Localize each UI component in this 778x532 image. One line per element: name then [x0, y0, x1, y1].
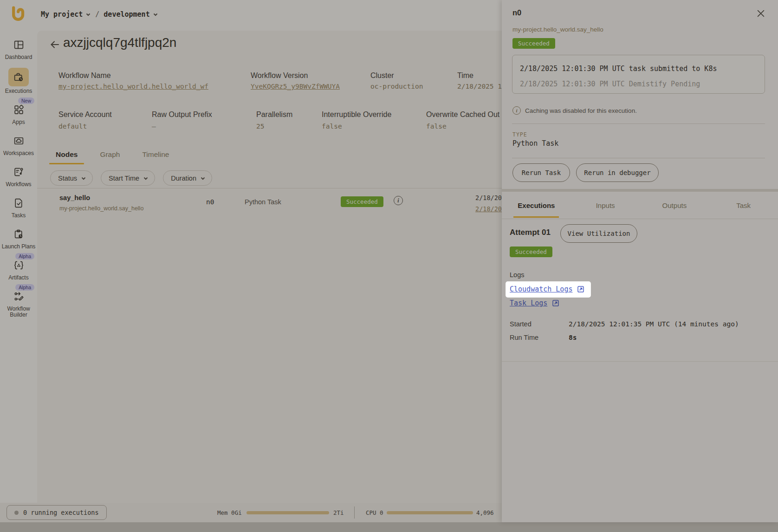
table-row-say-hello[interactable]: say_hello my-project.hello_world.say_hel… — [37, 188, 502, 222]
launch-plans-icon — [8, 226, 29, 242]
node-detail-panel: n0 my-project.hello_world.say_hello Succ… — [502, 0, 778, 522]
tab-executions[interactable]: Executions — [502, 192, 571, 219]
sidebar-item-workspaces[interactable]: Workspaces — [0, 130, 37, 161]
sidebar-item-tasks[interactable]: Tasks — [0, 192, 37, 223]
started-label: Started — [510, 320, 532, 328]
sidebar-item-workflow-builder[interactable]: Alpha Workflow Builder — [0, 285, 37, 322]
execution-title: axzjjcqlq7g4tlfjpq2n — [63, 35, 176, 50]
breadcrumb-environment-label: development — [104, 10, 149, 19]
running-executions-label: 0 running executions — [23, 509, 99, 516]
tasks-icon — [8, 195, 29, 211]
info-icon[interactable]: i — [394, 196, 403, 205]
tab-timeline[interactable]: Timeline — [136, 148, 175, 164]
tab-task[interactable]: Task — [709, 192, 778, 219]
breadcrumb: My project / development — [41, 10, 158, 19]
status-badge: Succeeded — [510, 247, 552, 257]
panel-task-id: my-project.hello_world.say_hello — [512, 26, 603, 33]
workflow-version-link[interactable]: YveKQGRz5_y9BWvZfWWUYA — [251, 83, 340, 90]
sidebar-item-label: Executions — [5, 88, 32, 94]
highlight-box: Cloudwatch Logs — [506, 282, 590, 297]
executions-icon — [8, 68, 29, 86]
tab-inputs[interactable]: Inputs — [571, 192, 640, 219]
caching-note: i Caching was disabled for this executio… — [512, 106, 637, 115]
tab-graph[interactable]: Graph — [93, 148, 126, 164]
artifacts-icon — [8, 257, 29, 273]
runtime-label: Run Time — [510, 334, 538, 341]
filter-duration-label: Duration — [171, 175, 196, 182]
node-id: n0 — [206, 198, 214, 206]
sidebar: Dashboard Executions New Apps Workspaces… — [0, 33, 37, 322]
type-label: TYPE — [512, 131, 527, 138]
sidebar-item-apps[interactable]: New Apps — [0, 98, 37, 130]
meta-label-time: Time — [457, 71, 473, 80]
new-badge: New — [18, 97, 34, 104]
mem-gauge-bar — [246, 511, 329, 514]
interruptible-override-value: false — [322, 123, 342, 130]
breadcrumb-project-label: My project — [41, 10, 83, 19]
external-link-icon — [551, 299, 560, 307]
mem-gauge-label: Mem 0Gi — [217, 509, 242, 516]
chevron-down-icon — [85, 12, 91, 17]
sidebar-item-workflows[interactable]: Workflows — [0, 161, 37, 192]
panel-title: n0 — [512, 8, 521, 17]
filter-start-time[interactable]: Start Time — [101, 170, 155, 186]
time-value: 2/18/2025 12:01 — [457, 83, 502, 90]
sidebar-item-launch-plans[interactable]: Launch Plans — [0, 223, 37, 254]
sidebar-item-label: Launch Plans — [2, 244, 36, 250]
node-date-link[interactable]: 2/18/202 — [475, 205, 502, 213]
breadcrumb-project[interactable]: My project — [41, 10, 91, 19]
filter-status-label: Status — [58, 175, 77, 182]
chevron-down-icon — [81, 175, 86, 181]
meta-label-parallelism: Parallelism — [256, 110, 292, 119]
node-start-date: 2/18/20 — [475, 194, 502, 201]
rerun-in-debugger-button[interactable]: Rerun in debugger — [576, 163, 659, 182]
sidebar-item-label: Artifacts — [8, 275, 28, 281]
meta-label-cluster: Cluster — [370, 71, 394, 80]
status-badge: Succeeded — [341, 196, 383, 207]
task-logs-wrap: Task Logs — [510, 299, 560, 307]
tab-nodes[interactable]: Nodes — [49, 148, 84, 164]
filter-duration[interactable]: Duration — [163, 170, 212, 186]
workflow-name-link[interactable]: my-project.hello_world.hello_world_wf — [58, 83, 208, 90]
attempt-title: Attempt 01 — [510, 228, 551, 237]
back-button[interactable] — [49, 39, 62, 52]
overwrite-cached-value: false — [426, 123, 447, 130]
divider — [512, 158, 765, 158]
view-utilization-button[interactable]: View Utilization — [560, 224, 637, 243]
breadcrumb-separator: / — [95, 10, 99, 19]
sidebar-item-artifacts[interactable]: Alpha Artifacts — [0, 254, 37, 285]
task-logs-link[interactable]: Task Logs — [510, 299, 560, 307]
sidebar-item-label: Apps — [12, 119, 25, 125]
chevron-down-icon — [143, 175, 149, 181]
dashboard-icon — [8, 37, 29, 52]
chevron-down-icon — [153, 12, 158, 17]
alpha-badge: Alpha — [15, 284, 34, 291]
sidebar-item-dashboard[interactable]: Dashboard — [0, 33, 37, 65]
filter-start-time-label: Start Time — [109, 175, 139, 182]
tab-outputs[interactable]: Outputs — [640, 192, 709, 219]
status-dot-icon — [14, 511, 19, 515]
external-link-icon — [577, 285, 585, 293]
close-icon[interactable] — [756, 8, 766, 19]
sidebar-item-label: Dashboard — [5, 54, 32, 60]
sidebar-item-executions[interactable]: Executions — [0, 65, 37, 98]
rerun-task-button[interactable]: Rerun Task — [512, 163, 570, 182]
breadcrumb-environment[interactable]: development — [104, 10, 158, 19]
alpha-badge: Alpha — [15, 253, 34, 260]
divider — [502, 361, 778, 362]
running-executions-pill[interactable]: 0 running executions — [6, 505, 107, 520]
mem-gauge-max: 2Ti — [333, 509, 344, 516]
status-badge: Succeeded — [512, 38, 555, 49]
event-log-line: 2/18/2025 12:01:30 PM UTC Demistify Pend… — [520, 77, 757, 92]
filter-status[interactable]: Status — [50, 170, 93, 186]
event-log-line: 2/18/2025 12:01:30 PM UTC task submitted… — [520, 61, 757, 77]
cloudwatch-logs-link[interactable]: Cloudwatch Logs — [510, 285, 585, 293]
cpu-gauge-bar — [387, 511, 473, 514]
meta-label-workflow-version: Workflow Version — [251, 71, 308, 80]
union-logo-icon[interactable] — [10, 6, 27, 24]
sidebar-item-label: Workflow Builder — [0, 306, 37, 318]
raw-output-prefix-value: – — [152, 123, 156, 130]
view-tabs: Nodes Graph Timeline — [49, 148, 175, 164]
sidebar-item-label: Tasks — [12, 213, 26, 219]
cloudwatch-logs-label: Cloudwatch Logs — [510, 285, 572, 293]
